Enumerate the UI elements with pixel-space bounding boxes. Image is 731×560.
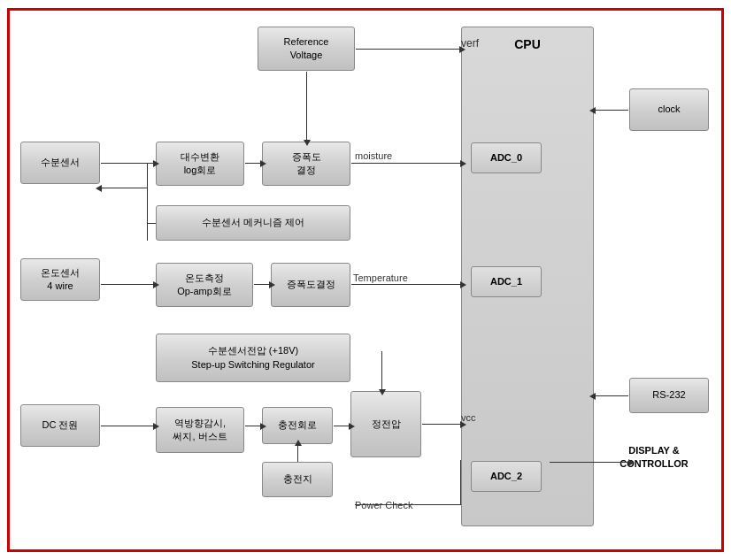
cpu-label: CPU: [514, 36, 541, 54]
battery-box: 충전지: [262, 462, 333, 497]
temp-opamp-box: 온도측정Op-amp회로: [156, 263, 253, 307]
adc1-label: ADC_1: [490, 275, 522, 288]
cpu-box: CPU ADC_0 ADC_1 ADC_2: [461, 27, 594, 526]
moisture-sensor-label: 수분센서: [41, 156, 80, 169]
arrow-rs232-cpu: [595, 395, 628, 396]
display-label: DISPLAY & CONTROLLOR: [601, 444, 707, 472]
amplitude-det1-box: 증폭도결정: [262, 142, 350, 186]
arrow-log-amp1: [245, 163, 261, 164]
amplitude-det1-label: 증폭도결정: [292, 150, 321, 178]
arrow-reg-cpu: [422, 424, 461, 425]
adc2-label: ADC_2: [490, 470, 522, 483]
line-control-v: [147, 163, 148, 241]
line-powercheck-v: [460, 460, 461, 504]
arrow-opamp-amp2: [254, 284, 270, 285]
temperature-label: Temperature: [353, 272, 408, 283]
amplitude-det2-label: 증폭도결정: [287, 278, 335, 291]
temp-opamp-label: 온도측정Op-amp회로: [177, 272, 232, 299]
moisture-sensor-box: 수분센서: [20, 142, 100, 184]
arrow-dc-reverse: [101, 426, 154, 426]
adc2-box: ADC_2: [471, 461, 542, 492]
diagram-container: 수분센서 온도센서4 wire DC 전원 ReferenceVoltage 대…: [7, 8, 724, 552]
log-circuit-box: 대수변환log회로: [156, 142, 244, 186]
clock-label: clock: [658, 103, 680, 116]
battery-label: 충전지: [283, 472, 312, 486]
arrow-battery-up: [297, 445, 298, 461]
moisture-control-box: 수분센서 메커니즘 제어: [156, 205, 350, 241]
ref-voltage-label: ReferenceVoltage: [284, 35, 329, 63]
arrow-ref-cpu: [356, 49, 460, 50]
arrow-moisture-log: [101, 163, 154, 164]
arrow-temp-opamp: [101, 284, 154, 285]
charge-circuit-box: 충전회로: [262, 407, 333, 444]
adc0-label: ADC_0: [490, 151, 522, 165]
rs232-label: RS-232: [652, 388, 685, 402]
temp-sensor-label: 온도센서4 wire: [41, 266, 80, 294]
amplitude-det2-box: 증폭도결정: [271, 263, 350, 307]
arrow-amp2-cpu: [351, 284, 461, 285]
regulator-label: 정전압: [372, 418, 401, 431]
arrow-display-right: [594, 462, 629, 463]
vcc-label: vcc: [461, 412, 476, 423]
regulator-box: 정전압: [350, 391, 421, 457]
adc1-box: ADC_1: [471, 266, 542, 297]
log-circuit-label: 대수변환log회로: [181, 150, 219, 178]
adc0-box: ADC_0: [471, 142, 542, 173]
arrow-clock-cpu: [595, 110, 628, 111]
arrow-charge-reg: [334, 426, 350, 426]
moisture-control-label: 수분센서 메커니즘 제어: [202, 216, 304, 229]
step-up-box: 수분센서전압 (+18V)Step-up Switching Regulator: [156, 334, 350, 382]
arrow-reverse-charge: [245, 426, 261, 426]
reverse-protect-label: 역방향감시,써지, 버스트: [173, 417, 227, 444]
ref-voltage-box: ReferenceVoltage: [258, 27, 355, 71]
temp-sensor-box: 온도센서4 wire: [20, 258, 100, 301]
dc-power-label: DC 전원: [42, 418, 79, 432]
arrow-control-feedback: [101, 188, 147, 188]
line-powercheck-h: [355, 504, 461, 505]
step-up-label: 수분센서전압 (+18V)Step-up Switching Regulator: [191, 344, 314, 372]
dc-power-box: DC 전원: [20, 404, 100, 447]
arrow-amp1-cpu: [351, 163, 461, 164]
line-control-h: [147, 223, 156, 224]
clock-box: clock: [629, 88, 709, 131]
line-stepup-v: [381, 351, 382, 389]
rs232-box: RS-232: [629, 378, 709, 413]
moisture-label: moisture: [355, 150, 392, 161]
arrow-ref-amp1: [306, 72, 307, 141]
reverse-protect-box: 역방향감시,써지, 버스트: [156, 407, 244, 453]
charge-circuit-label: 충전회로: [278, 418, 317, 432]
power-check-label: Power Check: [355, 500, 412, 510]
